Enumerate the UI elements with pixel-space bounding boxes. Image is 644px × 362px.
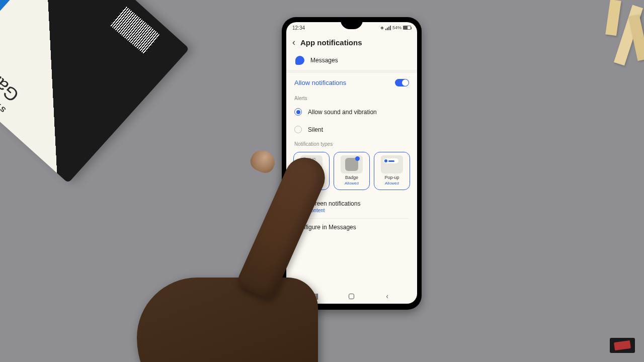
- notification-type-badge[interactable]: Badge Allowed: [334, 152, 370, 190]
- channel-badge: [610, 338, 635, 353]
- nav-home-button[interactable]: [342, 291, 362, 301]
- card-label: Badge: [345, 175, 358, 180]
- radio-checked-icon: [294, 108, 302, 116]
- app-identity-row[interactable]: Messages: [286, 52, 417, 70]
- battery-percent: 54%: [392, 25, 401, 30]
- alert-option-sound-vibration[interactable]: Allow sound and vibration: [286, 103, 417, 121]
- signal-icon: [385, 26, 391, 30]
- content-scroll[interactable]: Messages Allow notifications Alerts Allo…: [286, 52, 417, 289]
- wood-pieces: [569, 0, 644, 65]
- alert-option-silent[interactable]: Silent: [286, 121, 417, 138]
- notification-types-section-label: Notification types: [286, 138, 417, 149]
- radio-label: Silent: [308, 126, 323, 133]
- radio-label: Allow sound and vibration: [308, 109, 377, 116]
- notification-type-lock-screen[interactable]: 12:45 Lock screen Allowed: [293, 152, 330, 190]
- barcode: [110, 6, 160, 54]
- box-title-text: Galaxy A06: [0, 30, 23, 106]
- badge-preview-icon: [341, 155, 363, 173]
- card-status: Allowed: [345, 181, 359, 186]
- popup-preview-icon: [381, 155, 403, 173]
- card-status: Allowed: [385, 181, 399, 186]
- notification-type-popup[interactable]: Pop-up Allowed: [374, 152, 410, 190]
- setting-subtitle: Show content: [294, 208, 409, 213]
- back-button[interactable]: ‹: [292, 37, 295, 48]
- status-time: 12:34: [292, 25, 305, 31]
- card-status: Allowed: [304, 181, 318, 186]
- allow-notifications-toggle[interactable]: [395, 79, 409, 86]
- setting-title: Configure in Messages: [294, 224, 409, 231]
- phone-screen: 12:34 ◈ 54% ‹ App notifications Messages…: [286, 22, 417, 304]
- nav-recents-button[interactable]: |||: [306, 291, 326, 301]
- messages-app-icon: [295, 56, 304, 65]
- navigation-bar: ||| ‹: [286, 289, 417, 304]
- configure-in-messages-row[interactable]: Configure in Messages: [286, 219, 417, 236]
- phone-frame: 12:34 ◈ 54% ‹ App notifications Messages…: [282, 17, 422, 310]
- product-box: SAMSUNG Galaxy A06: [0, 0, 190, 183]
- card-label: Pop-up: [384, 175, 399, 180]
- status-right-icons: ◈ 54%: [380, 25, 411, 30]
- page-title: App notifications: [300, 38, 362, 47]
- lock-screen-notifications-row[interactable]: Lock screen notifications Show content: [286, 195, 417, 218]
- card-label: Lock screen: [299, 175, 324, 180]
- allow-notifications-label: Allow notifications: [294, 79, 346, 86]
- box-accent: [0, 0, 42, 13]
- radio-unchecked-icon: [294, 126, 302, 133]
- wifi-icon: ◈: [380, 25, 384, 30]
- nav-back-button[interactable]: ‹: [377, 291, 397, 301]
- app-name-label: Messages: [310, 57, 338, 64]
- battery-icon: [403, 26, 411, 30]
- setting-title: Lock screen notifications: [294, 200, 409, 207]
- lock-screen-preview-icon: 12:45: [300, 155, 323, 173]
- app-header: ‹ App notifications: [286, 33, 417, 52]
- allow-notifications-row[interactable]: Allow notifications: [286, 73, 417, 93]
- notification-type-cards: 12:45 Lock screen Allowed Badge Allowed: [286, 149, 417, 195]
- lock-preview-time: 12:45: [307, 157, 316, 161]
- alerts-section-label: Alerts: [286, 93, 417, 103]
